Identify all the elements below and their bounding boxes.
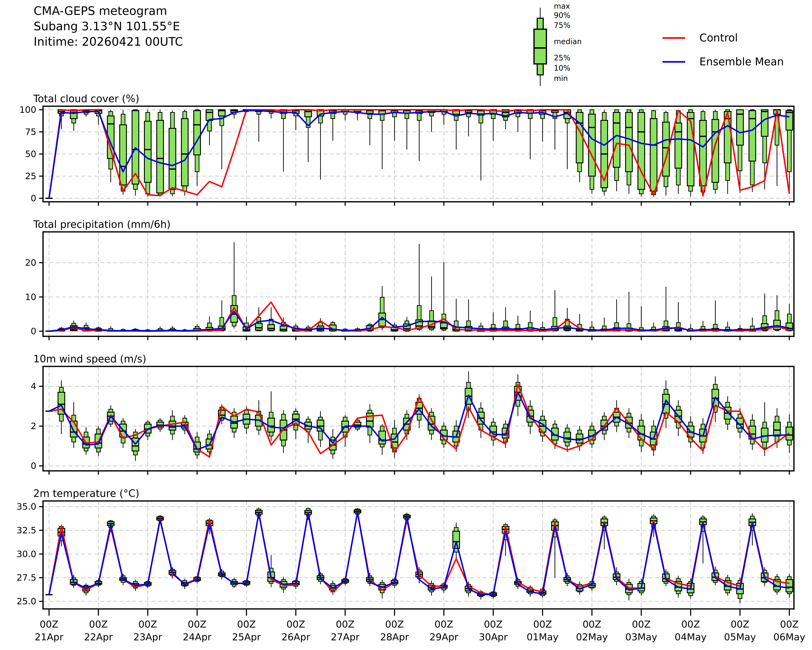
svg-text:10: 10 — [25, 292, 36, 302]
meteogram-canvas: 02550751000102002425.027.530.032.535.000… — [0, 0, 812, 650]
svg-text:00Z: 00Z — [237, 619, 256, 630]
svg-text:00Z: 00Z — [40, 619, 58, 630]
svg-text:30.0: 30.0 — [17, 549, 36, 559]
svg-text:50: 50 — [25, 149, 36, 159]
svg-text:27.5: 27.5 — [17, 572, 36, 583]
svg-text:00Z: 00Z — [435, 619, 453, 630]
svg-text:35.0: 35.0 — [17, 502, 36, 512]
svg-text:00Z: 00Z — [336, 619, 355, 630]
svg-text:25Apr: 25Apr — [232, 632, 261, 642]
svg-text:22Apr: 22Apr — [84, 632, 113, 642]
svg-text:05May: 05May — [724, 632, 756, 642]
svg-text:00Z: 00Z — [139, 619, 157, 630]
svg-text:26Apr: 26Apr — [282, 632, 310, 642]
svg-text:4: 4 — [31, 381, 36, 391]
svg-text:2: 2 — [31, 421, 36, 431]
svg-text:28Apr: 28Apr — [380, 632, 409, 642]
svg-text:00Z: 00Z — [583, 619, 601, 630]
svg-text:30Apr: 30Apr — [479, 632, 508, 642]
svg-text:04May: 04May — [675, 632, 707, 642]
svg-text:00Z: 00Z — [780, 619, 799, 630]
svg-text:20: 20 — [25, 258, 36, 268]
svg-text:00Z: 00Z — [533, 619, 552, 630]
svg-text:00Z: 00Z — [632, 619, 651, 630]
svg-text:75: 75 — [25, 127, 36, 137]
svg-text:00Z: 00Z — [484, 619, 503, 630]
svg-text:24Apr: 24Apr — [183, 632, 212, 642]
svg-text:00Z: 00Z — [731, 619, 749, 630]
svg-text:02May: 02May — [576, 632, 608, 642]
svg-text:00Z: 00Z — [287, 619, 305, 630]
svg-text:23Apr: 23Apr — [133, 632, 162, 642]
meteogram-page: { "header": { "title": "CMA-GEPS meteogr… — [0, 0, 812, 650]
svg-text:0: 0 — [31, 326, 36, 336]
svg-text:00Z: 00Z — [681, 619, 700, 630]
svg-text:00Z: 00Z — [385, 619, 404, 630]
svg-text:0: 0 — [31, 461, 36, 471]
svg-text:00Z: 00Z — [188, 619, 206, 630]
svg-text:06May: 06May — [774, 632, 805, 642]
svg-text:25.0: 25.0 — [17, 596, 36, 606]
svg-text:100: 100 — [20, 105, 36, 115]
svg-text:00Z: 00Z — [89, 619, 108, 630]
svg-text:21Apr: 21Apr — [35, 632, 64, 642]
svg-text:03May: 03May — [625, 632, 657, 642]
svg-text:29Apr: 29Apr — [430, 632, 458, 642]
svg-text:0: 0 — [31, 193, 36, 203]
svg-text:32.5: 32.5 — [17, 525, 36, 536]
svg-text:01May: 01May — [527, 632, 559, 642]
svg-text:25: 25 — [25, 171, 36, 181]
svg-text:27Apr: 27Apr — [331, 632, 360, 642]
